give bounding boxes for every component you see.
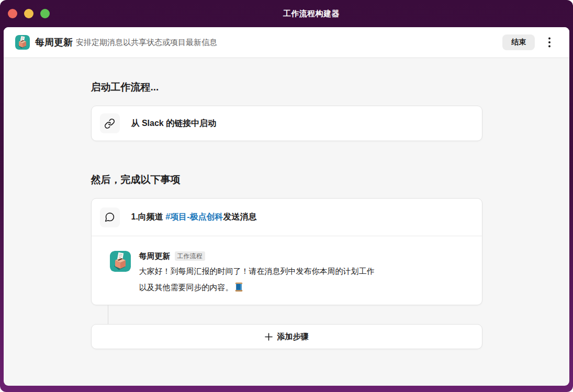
workflow-badge: 工作流程 [175,251,205,261]
message-sender-name: 每周更新 [139,251,171,261]
minimize-window-button[interactable] [24,9,33,18]
trigger-label: 从 Slack 的链接中启动 [131,118,217,129]
add-step-button[interactable]: 添加步骤 [91,324,482,349]
ballot-box-app-icon [15,35,30,50]
message-text: 大家好！到每周汇报的时间了！请在消息列中发布你本周的计划工作 以及其他需要同步的… [139,263,469,295]
more-options-button[interactable] [542,34,557,50]
trigger-section-heading: 启动工作流程... [91,81,482,93]
zoom-window-button[interactable] [40,9,50,18]
finish-button[interactable]: 结束 [502,34,535,50]
step-title: 1.向频道 #项目-极点创科发送消息 [131,212,257,223]
message-bubble-icon [104,212,115,223]
window-title: 工作流程构建器 [50,9,573,19]
workflow-name: 每周更新 [35,36,73,49]
step-icon-tile [100,207,120,227]
workflow-canvas: 启动工作流程... 从 Slack 的链接中启动 然后，完成以下事项 [4,58,569,386]
workflow-subtitle: 安排定期消息以共享状态或项目最新信息 [76,38,217,48]
trigger-icon-tile [100,113,120,133]
step-connector-line [108,305,108,324]
channel-link[interactable]: #项目-极点创科 [165,212,223,221]
message-line-1: 大家好！到每周汇报的时间了！请在消息列中发布你本周的计划工作 [139,263,469,279]
message-preview: 每周更新 工作流程 大家好！到每周汇报的时间了！请在消息列中发布你本周的计划工作… [92,236,482,305]
steps-section-heading: 然后，完成以下事项 [91,174,482,186]
link-icon [104,118,115,129]
close-window-button[interactable] [8,9,17,18]
step-header-row[interactable]: 1.向频道 #项目-极点创科发送消息 [92,199,482,236]
workflow-builder-window: 工作流程构建器 每周更新 安排定期消息以共享状态或项目最新信息 结束 启动工作流… [0,0,573,392]
step-title-suffix: 发送消息 [223,212,257,221]
titlebar: 工作流程构建器 [0,0,573,27]
app-header: 每周更新 安排定期消息以共享状态或项目最新信息 结束 [4,27,569,58]
trigger-card[interactable]: 从 Slack 的链接中启动 [91,106,482,141]
kebab-icon [548,37,550,48]
spool-of-thread-emoji [235,282,243,292]
traffic-lights [0,9,50,18]
step-card: 1.向频道 #项目-极点创科发送消息 每周更新 工作流程 大家好！到每周汇报的时… [91,198,482,305]
message-line-2: 以及其他需要同步的内容。 [139,279,469,295]
step-title-prefix: 1.向频道 [131,212,166,221]
plus-icon [265,333,273,341]
ballot-box-avatar [110,251,131,272]
add-step-label: 添加步骤 [277,332,309,342]
builder-panel: 每周更新 安排定期消息以共享状态或项目最新信息 结束 启动工作流程... [4,27,569,386]
